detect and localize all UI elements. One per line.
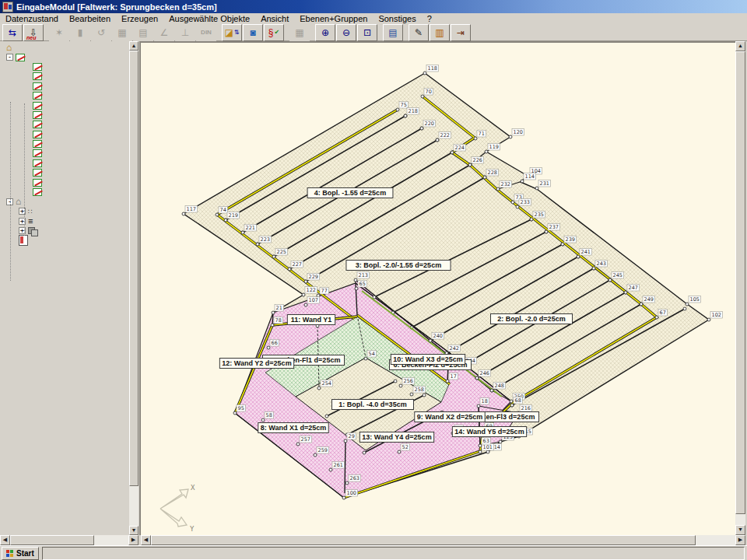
zoom-in-button[interactable]: ⊕: [315, 24, 335, 41]
tree-item-system[interactable]: -⌂: [0, 197, 129, 206]
zoom-out-button[interactable]: ⊖: [336, 24, 356, 41]
node-label: 224: [455, 145, 465, 151]
node-marker: [399, 384, 402, 387]
canvas-vscrollbar[interactable]: ▲ ▼: [735, 41, 745, 535]
tree-item-bauteil[interactable]: ⌂: [0, 43, 129, 52]
tree-item-ebene-3[interactable]: [0, 91, 129, 100]
node-marker: [707, 318, 710, 321]
mesh-check-button[interactable]: ◙: [243, 24, 263, 41]
tree-item-ebene-4[interactable]: [0, 100, 129, 110]
zoom-window-button[interactable]: ⊡: [357, 24, 377, 41]
collapse-icon[interactable]: -: [6, 54, 13, 61]
canvas-scroll-right-icon[interactable]: ▶: [735, 535, 745, 545]
menu-item-ausgew-hlte-objekte[interactable]: Ausgewählte Objekte: [163, 13, 255, 24]
sidebar-scroll-down-icon[interactable]: ▼: [129, 526, 139, 535]
tree-item-ebene-7[interactable]: [0, 130, 129, 139]
menu-item-erzeugen[interactable]: Erzeugen: [116, 13, 163, 24]
sidebar-scroll-left-icon[interactable]: ◀: [0, 535, 10, 545]
node-marker: [535, 187, 538, 190]
menu-item-ebenen-gruppen[interactable]: Ebenen+Gruppen: [294, 13, 373, 24]
sidebar-scroll-thumb[interactable]: [129, 51, 139, 486]
exit-button[interactable]: ⇥: [451, 24, 471, 41]
node-label: 66: [272, 340, 278, 346]
sidebar-vscrollbar[interactable]: ▲ ▼: [129, 41, 139, 535]
menu-item-datenzustand[interactable]: Datenzustand: [0, 13, 64, 24]
node-marker: [304, 280, 307, 283]
node-marker: [446, 380, 449, 383]
din-icon: DIN: [201, 30, 212, 36]
node-marker: [272, 311, 275, 314]
tree-item-ebene-1[interactable]: [0, 72, 129, 81]
node-marker: [345, 481, 349, 485]
tree-item-ebene-8[interactable]: [0, 139, 129, 149]
canvas-scroll-left-icon[interactable]: ◀: [141, 535, 151, 545]
data-state-icon: ⇆: [9, 28, 16, 37]
canvas-scroll-down-icon[interactable]: ▼: [735, 525, 745, 535]
node-label: 240: [433, 333, 443, 339]
canvas-scroll-up-icon[interactable]: ▲: [735, 41, 745, 51]
tree-item-auswahllisten[interactable]: [0, 236, 129, 245]
new-button[interactable]: ⇩neu: [23, 24, 44, 41]
node-label: 231: [540, 180, 549, 187]
slope-icon: ∠: [160, 28, 169, 37]
start-button[interactable]: Start: [2, 547, 39, 560]
canvas-hscroll-thumb[interactable]: [151, 535, 696, 545]
surface-label: 9: Wand X2 d=25cm: [417, 413, 482, 421]
drawing-canvas[interactable]: 1187075218220222224226711201192281041142…: [139, 41, 735, 535]
norm-check-button[interactable]: §✔: [264, 24, 284, 41]
node-label: 222: [440, 132, 450, 138]
axis-arrow-icon: [160, 509, 187, 527]
node-marker: [344, 439, 347, 443]
node-marker: [396, 108, 399, 111]
node-marker: [288, 268, 291, 271]
tree-item-ebene-5[interactable]: [0, 110, 129, 120]
grid-button: ▦: [112, 24, 132, 41]
support-button: ⊥: [175, 24, 195, 41]
layer-icon: [33, 111, 42, 119]
canvas-vscroll-thumb[interactable]: [735, 51, 745, 514]
node-label: 232: [501, 181, 510, 187]
node-marker: [475, 376, 479, 380]
layer-icon: [33, 169, 42, 177]
tree-item-punkte[interactable]: +∷: [0, 207, 129, 216]
data-state-button[interactable]: ⇆: [2, 24, 23, 41]
tree-item-ebene-2[interactable]: [0, 82, 129, 91]
tree-item-ebene-9[interactable]: [0, 149, 129, 158]
tree-item-ebene-11[interactable]: [0, 168, 129, 177]
sidebar-hscroll-thumb[interactable]: [10, 535, 94, 545]
tree-item-linien[interactable]: +≡: [0, 216, 129, 226]
print-button[interactable]: ▤: [383, 24, 403, 41]
node-marker: [530, 218, 533, 221]
node-marker: [224, 219, 227, 222]
menu-item--[interactable]: ?: [422, 13, 437, 24]
menu-item-sonstiges[interactable]: Sonstiges: [373, 13, 421, 24]
node-marker: [272, 255, 275, 258]
node-label: 100: [347, 490, 356, 496]
sidebar-scroll-up-icon[interactable]: ▲: [129, 41, 139, 51]
canvas-hscrollbar[interactable]: ◀ ▶: [141, 535, 745, 545]
sidebar-scroll-right-icon[interactable]: ▶: [128, 535, 139, 545]
norm-check-icon: §: [268, 28, 274, 37]
tree-item-ebene-0[interactable]: [0, 62, 129, 72]
node-marker: [496, 187, 500, 191]
layer-icon: [33, 121, 42, 128]
tree-item-ebene-6[interactable]: [0, 120, 129, 129]
node-label: 235: [535, 212, 544, 218]
punkte-icon: ∷: [28, 208, 37, 215]
manual-button[interactable]: ▥: [430, 24, 450, 41]
tree-connector: [10, 102, 11, 281]
tree-item-ebene-10[interactable]: [0, 159, 129, 168]
tree-item-flaeche[interactable]: +: [0, 226, 129, 235]
sidebar-hscrollbar[interactable]: ◀ ▶: [0, 535, 139, 545]
view-options-button[interactable]: ✎: [409, 24, 429, 41]
menu-item-ansicht[interactable]: Ansicht: [255, 13, 294, 24]
manual-icon: ▥: [435, 28, 444, 37]
tree-item-ebene-12[interactable]: [0, 177, 129, 187]
surface-label: 10: Wand X3 d=25cm: [393, 355, 462, 363]
import-button[interactable]: ◪⇅: [222, 24, 242, 41]
tree-item-ebenen[interactable]: -: [0, 52, 129, 61]
node-marker: [545, 230, 548, 233]
menu-item-bearbeiten[interactable]: Bearbeiten: [64, 13, 116, 24]
fine-grid-button: ▦: [289, 24, 310, 41]
exit-icon: ⇥: [457, 28, 465, 37]
